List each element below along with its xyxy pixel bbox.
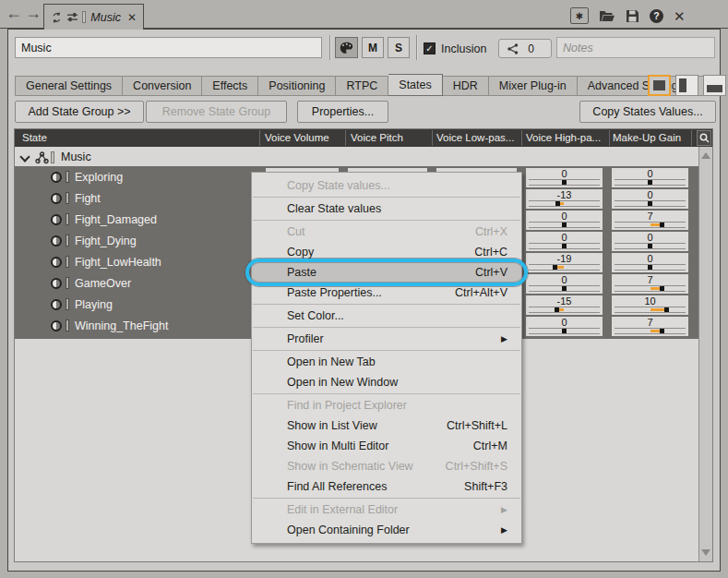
cell-highpass-fight-damaged[interactable]: 0 — [526, 211, 603, 230]
forward-arrow[interactable]: → — [25, 4, 42, 23]
color-palette-button[interactable] — [335, 37, 358, 58]
scroll-down-icon[interactable] — [701, 549, 710, 556]
notes-input[interactable] — [556, 37, 715, 58]
tree-row-fight-damaged[interactable]: Fight_Damaged — [15, 210, 255, 231]
add-state-group-button[interactable]: Add State Group >> — [15, 101, 144, 123]
menu-item-profiler[interactable]: Profiler▶ — [252, 329, 521, 349]
cell-makeup-playing[interactable]: 10 — [612, 295, 688, 315]
tab-general-settings[interactable]: General Settings — [15, 76, 123, 96]
chevron-down-icon[interactable] — [19, 151, 30, 162]
cell-highpass-fight-lowhealth[interactable]: -19 — [526, 253, 603, 272]
slider-handle[interactable] — [664, 307, 669, 312]
cell-highpass-exploring[interactable]: 0 — [526, 168, 603, 187]
col-state[interactable]: State — [22, 132, 47, 143]
cell-makeup-fight-lowhealth[interactable]: 0 — [612, 253, 688, 272]
menu-item-edit-in-external-editor[interactable]: Edit in External Editor▶ — [252, 500, 521, 520]
tab-close-icon[interactable]: ✕ — [127, 11, 137, 24]
menu-item-show-in-multi-editor[interactable]: Show in Multi EditorCtrl+M — [252, 436, 521, 456]
menu-item-clear-state-values[interactable]: Clear State values — [252, 199, 521, 219]
col-voice-highpass[interactable]: Voice High-pa... — [526, 132, 601, 143]
menu-item-copy[interactable]: CopyCtrl+C — [252, 242, 521, 262]
tree-row-fight-dying[interactable]: Fight_Dying — [15, 231, 255, 252]
col-voice-lowpass[interactable]: Voice Low-pas... — [436, 132, 514, 143]
menu-item-copy-state-values[interactable]: Copy State values... — [252, 175, 521, 196]
back-arrow[interactable]: ← — [6, 4, 22, 23]
tab-states[interactable]: States — [388, 74, 442, 96]
cell-highpass-gameover[interactable]: 0 — [526, 274, 603, 294]
tree-row-exploring[interactable]: Exploring — [15, 167, 255, 188]
tab-positioning[interactable]: Positioning — [258, 76, 336, 96]
slider-handle[interactable] — [660, 286, 664, 291]
object-name-input[interactable] — [15, 37, 322, 58]
cell-makeup-winning[interactable]: 7 — [612, 317, 688, 336]
table-search-button[interactable] — [697, 130, 711, 146]
slider-handle[interactable] — [562, 180, 567, 185]
slider-handle[interactable] — [555, 307, 559, 312]
cell-makeup-exploring[interactable]: 0 — [612, 168, 688, 187]
slider-handle[interactable] — [555, 201, 560, 206]
mute-button[interactable]: M — [362, 37, 384, 58]
references-button[interactable]: 0 — [498, 39, 552, 58]
menu-item-set-color[interactable]: Set Color... — [252, 306, 521, 326]
menu-item-open-containing-folder[interactable]: Open Containing Folder▶ — [252, 520, 521, 540]
tree-row-gameover[interactable]: GameOver — [15, 273, 255, 295]
cell-makeup-gameover[interactable]: 7 — [612, 274, 688, 294]
tree-row-playing[interactable]: Playing — [15, 295, 255, 316]
tree-row-fight[interactable]: Fight — [15, 188, 255, 210]
copy-states-values-button[interactable]: Copy States Values... — [579, 101, 716, 123]
slider-handle[interactable] — [562, 223, 567, 227]
slider-handle[interactable] — [648, 180, 652, 185]
remove-state-group-button[interactable]: Remove State Group — [146, 101, 287, 123]
tab-effects[interactable]: Effects — [202, 76, 258, 96]
cell-makeup-fight-dying[interactable]: 0 — [612, 232, 688, 251]
slider-handle[interactable] — [648, 244, 652, 248]
cell-highpass-fight[interactable]: -13 — [526, 189, 603, 209]
open-folder-icon[interactable] — [599, 9, 615, 22]
star-button[interactable]: ✱ — [570, 7, 589, 24]
scroll-up-icon[interactable] — [701, 152, 710, 159]
slider-handle[interactable] — [660, 223, 664, 227]
menu-item-show-in-schematic-view[interactable]: Show in Schematic ViewCtrl+Shift+S — [252, 456, 521, 476]
menu-item-paste-properties[interactable]: Paste Properties...Ctrl+Alt+V — [252, 283, 521, 303]
solo-button[interactable]: S — [388, 37, 410, 58]
menu-item-cut[interactable]: CutCtrl+X — [252, 222, 521, 242]
tab-mixer-plugin[interactable]: Mixer Plug-in — [489, 76, 578, 96]
tab-rtpc[interactable]: RTPC — [336, 76, 388, 96]
slider-handle[interactable] — [562, 244, 567, 248]
cell-makeup-fight[interactable]: 0 — [612, 189, 688, 209]
tree-row-winning-thefight[interactable]: Winning_TheFight — [15, 316, 255, 337]
document-tab-music[interactable]: Music ✕ — [43, 4, 144, 30]
slider-handle[interactable] — [562, 286, 567, 291]
layout-split-vertical-button[interactable] — [675, 75, 698, 96]
menu-item-paste[interactable]: PasteCtrl+V — [252, 262, 521, 283]
tab-conversion[interactable]: Conversion — [123, 76, 202, 96]
vertical-scrollbar[interactable] — [698, 147, 712, 561]
cell-highpass-fight-dying[interactable]: 0 — [526, 232, 603, 251]
tree-row-fight-lowhealth[interactable]: Fight_LowHealth — [15, 252, 255, 273]
cell-makeup-fight-damaged[interactable]: 7 — [612, 211, 688, 230]
col-voice-pitch[interactable]: Voice Pitch — [351, 132, 403, 143]
slider-handle[interactable] — [648, 265, 652, 270]
slider-handle[interactable] — [553, 265, 557, 270]
menu-item-open-new-tab[interactable]: Open in New Tab — [252, 352, 521, 372]
properties-button[interactable]: Properties... — [297, 101, 388, 123]
layout-split-horizontal-button[interactable] — [703, 75, 726, 96]
help-icon[interactable]: ? — [650, 9, 663, 23]
col-makeup-gain[interactable]: Make-Up Gain — [613, 132, 681, 143]
slider-handle[interactable] — [648, 201, 652, 206]
menu-item-open-new-window[interactable]: Open in New Window — [252, 372, 521, 392]
inclusion-checkbox[interactable]: ✓ — [424, 42, 436, 54]
slider-handle[interactable] — [562, 329, 567, 333]
tab-hdr[interactable]: HDR — [443, 76, 489, 96]
tree-row-music-root[interactable]: Music — [15, 149, 698, 166]
menu-item-find-all-references[interactable]: Find All ReferencesShift+F3 — [252, 476, 521, 497]
cell-highpass-playing[interactable]: -15 — [526, 295, 603, 315]
save-icon[interactable] — [626, 9, 639, 23]
menu-item-show-in-list-view[interactable]: Show in List ViewCtrl+Shift+L — [252, 415, 521, 436]
slider-handle[interactable] — [660, 329, 664, 333]
col-voice-volume[interactable]: Voice Volume — [265, 132, 329, 143]
close-icon[interactable]: ✕ — [674, 9, 686, 23]
menu-item-find-in-project-explorer[interactable]: Find in Project Explorer — [252, 395, 521, 415]
cell-highpass-winning[interactable]: 0 — [526, 317, 603, 336]
layout-single-button[interactable] — [648, 75, 671, 96]
